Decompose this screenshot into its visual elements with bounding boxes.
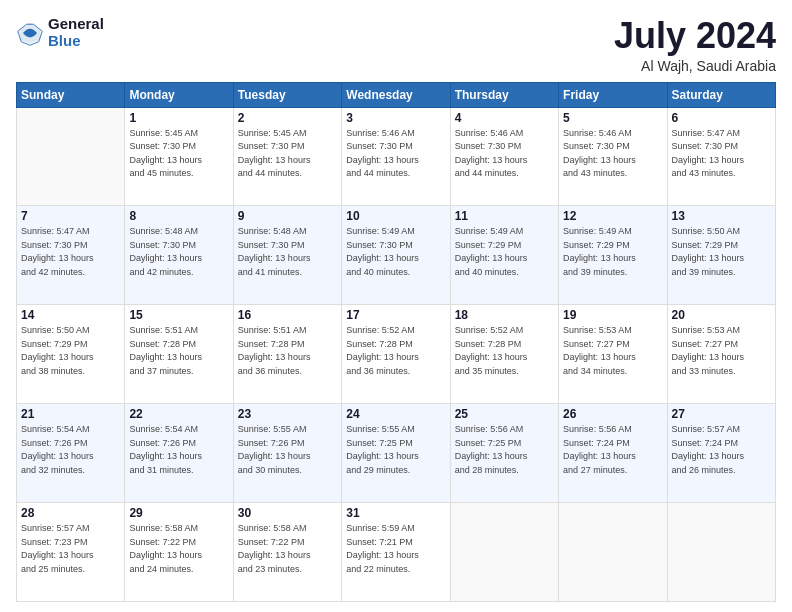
calendar-cell: 19Sunrise: 5:53 AM Sunset: 7:27 PM Dayli…: [559, 305, 667, 404]
day-info: Sunrise: 5:50 AM Sunset: 7:29 PM Dayligh…: [672, 225, 771, 279]
day-number: 15: [129, 308, 228, 322]
calendar-table: SundayMondayTuesdayWednesdayThursdayFrid…: [16, 82, 776, 602]
column-header-sunday: Sunday: [17, 82, 125, 107]
calendar-cell: 25Sunrise: 5:56 AM Sunset: 7:25 PM Dayli…: [450, 404, 558, 503]
calendar-cell: 20Sunrise: 5:53 AM Sunset: 7:27 PM Dayli…: [667, 305, 775, 404]
day-number: 31: [346, 506, 445, 520]
day-number: 26: [563, 407, 662, 421]
subtitle: Al Wajh, Saudi Arabia: [614, 58, 776, 74]
page: General Blue July 2024 Al Wajh, Saudi Ar…: [0, 0, 792, 612]
calendar-week-3: 14Sunrise: 5:50 AM Sunset: 7:29 PM Dayli…: [17, 305, 776, 404]
calendar-week-5: 28Sunrise: 5:57 AM Sunset: 7:23 PM Dayli…: [17, 503, 776, 602]
day-info: Sunrise: 5:49 AM Sunset: 7:29 PM Dayligh…: [455, 225, 554, 279]
calendar-cell: 17Sunrise: 5:52 AM Sunset: 7:28 PM Dayli…: [342, 305, 450, 404]
calendar-cell: 13Sunrise: 5:50 AM Sunset: 7:29 PM Dayli…: [667, 206, 775, 305]
day-info: Sunrise: 5:58 AM Sunset: 7:22 PM Dayligh…: [129, 522, 228, 576]
day-info: Sunrise: 5:51 AM Sunset: 7:28 PM Dayligh…: [129, 324, 228, 378]
calendar-cell: 12Sunrise: 5:49 AM Sunset: 7:29 PM Dayli…: [559, 206, 667, 305]
day-info: Sunrise: 5:56 AM Sunset: 7:24 PM Dayligh…: [563, 423, 662, 477]
day-info: Sunrise: 5:51 AM Sunset: 7:28 PM Dayligh…: [238, 324, 337, 378]
day-info: Sunrise: 5:49 AM Sunset: 7:29 PM Dayligh…: [563, 225, 662, 279]
day-info: Sunrise: 5:53 AM Sunset: 7:27 PM Dayligh…: [672, 324, 771, 378]
day-number: 17: [346, 308, 445, 322]
calendar-cell: [559, 503, 667, 602]
day-info: Sunrise: 5:57 AM Sunset: 7:23 PM Dayligh…: [21, 522, 120, 576]
column-header-wednesday: Wednesday: [342, 82, 450, 107]
day-number: 8: [129, 209, 228, 223]
day-info: Sunrise: 5:57 AM Sunset: 7:24 PM Dayligh…: [672, 423, 771, 477]
calendar-cell: 9Sunrise: 5:48 AM Sunset: 7:30 PM Daylig…: [233, 206, 341, 305]
day-info: Sunrise: 5:46 AM Sunset: 7:30 PM Dayligh…: [563, 127, 662, 181]
day-number: 30: [238, 506, 337, 520]
day-number: 7: [21, 209, 120, 223]
calendar-cell: 2Sunrise: 5:45 AM Sunset: 7:30 PM Daylig…: [233, 107, 341, 206]
day-number: 12: [563, 209, 662, 223]
calendar-cell: 31Sunrise: 5:59 AM Sunset: 7:21 PM Dayli…: [342, 503, 450, 602]
day-info: Sunrise: 5:52 AM Sunset: 7:28 PM Dayligh…: [455, 324, 554, 378]
calendar-cell: 16Sunrise: 5:51 AM Sunset: 7:28 PM Dayli…: [233, 305, 341, 404]
day-info: Sunrise: 5:46 AM Sunset: 7:30 PM Dayligh…: [455, 127, 554, 181]
calendar-cell: 30Sunrise: 5:58 AM Sunset: 7:22 PM Dayli…: [233, 503, 341, 602]
day-info: Sunrise: 5:55 AM Sunset: 7:26 PM Dayligh…: [238, 423, 337, 477]
calendar-week-2: 7Sunrise: 5:47 AM Sunset: 7:30 PM Daylig…: [17, 206, 776, 305]
day-number: 9: [238, 209, 337, 223]
day-number: 24: [346, 407, 445, 421]
day-number: 29: [129, 506, 228, 520]
calendar-cell: 7Sunrise: 5:47 AM Sunset: 7:30 PM Daylig…: [17, 206, 125, 305]
day-number: 5: [563, 111, 662, 125]
calendar-cell: 24Sunrise: 5:55 AM Sunset: 7:25 PM Dayli…: [342, 404, 450, 503]
day-info: Sunrise: 5:46 AM Sunset: 7:30 PM Dayligh…: [346, 127, 445, 181]
column-header-monday: Monday: [125, 82, 233, 107]
column-header-thursday: Thursday: [450, 82, 558, 107]
day-number: 10: [346, 209, 445, 223]
calendar-cell: 23Sunrise: 5:55 AM Sunset: 7:26 PM Dayli…: [233, 404, 341, 503]
calendar-week-4: 21Sunrise: 5:54 AM Sunset: 7:26 PM Dayli…: [17, 404, 776, 503]
calendar-cell: [17, 107, 125, 206]
column-header-friday: Friday: [559, 82, 667, 107]
day-info: Sunrise: 5:56 AM Sunset: 7:25 PM Dayligh…: [455, 423, 554, 477]
calendar-cell: [450, 503, 558, 602]
logo: General Blue: [16, 16, 104, 49]
calendar-header-row: SundayMondayTuesdayWednesdayThursdayFrid…: [17, 82, 776, 107]
day-info: Sunrise: 5:54 AM Sunset: 7:26 PM Dayligh…: [21, 423, 120, 477]
calendar-cell: 3Sunrise: 5:46 AM Sunset: 7:30 PM Daylig…: [342, 107, 450, 206]
day-number: 28: [21, 506, 120, 520]
calendar-cell: 21Sunrise: 5:54 AM Sunset: 7:26 PM Dayli…: [17, 404, 125, 503]
calendar-cell: 10Sunrise: 5:49 AM Sunset: 7:30 PM Dayli…: [342, 206, 450, 305]
day-number: 1: [129, 111, 228, 125]
day-number: 3: [346, 111, 445, 125]
calendar-cell: 28Sunrise: 5:57 AM Sunset: 7:23 PM Dayli…: [17, 503, 125, 602]
day-number: 23: [238, 407, 337, 421]
calendar-cell: 18Sunrise: 5:52 AM Sunset: 7:28 PM Dayli…: [450, 305, 558, 404]
day-info: Sunrise: 5:47 AM Sunset: 7:30 PM Dayligh…: [21, 225, 120, 279]
calendar-week-1: 1Sunrise: 5:45 AM Sunset: 7:30 PM Daylig…: [17, 107, 776, 206]
day-info: Sunrise: 5:58 AM Sunset: 7:22 PM Dayligh…: [238, 522, 337, 576]
day-number: 19: [563, 308, 662, 322]
day-info: Sunrise: 5:47 AM Sunset: 7:30 PM Dayligh…: [672, 127, 771, 181]
calendar-cell: 14Sunrise: 5:50 AM Sunset: 7:29 PM Dayli…: [17, 305, 125, 404]
day-number: 27: [672, 407, 771, 421]
day-number: 16: [238, 308, 337, 322]
logo-blue-text: Blue: [48, 33, 104, 50]
column-header-tuesday: Tuesday: [233, 82, 341, 107]
calendar-cell: 29Sunrise: 5:58 AM Sunset: 7:22 PM Dayli…: [125, 503, 233, 602]
calendar-cell: 26Sunrise: 5:56 AM Sunset: 7:24 PM Dayli…: [559, 404, 667, 503]
calendar-cell: 15Sunrise: 5:51 AM Sunset: 7:28 PM Dayli…: [125, 305, 233, 404]
header: General Blue July 2024 Al Wajh, Saudi Ar…: [16, 16, 776, 74]
day-info: Sunrise: 5:49 AM Sunset: 7:30 PM Dayligh…: [346, 225, 445, 279]
day-number: 6: [672, 111, 771, 125]
calendar-cell: 6Sunrise: 5:47 AM Sunset: 7:30 PM Daylig…: [667, 107, 775, 206]
day-info: Sunrise: 5:53 AM Sunset: 7:27 PM Dayligh…: [563, 324, 662, 378]
day-info: Sunrise: 5:55 AM Sunset: 7:25 PM Dayligh…: [346, 423, 445, 477]
day-number: 18: [455, 308, 554, 322]
calendar-cell: 22Sunrise: 5:54 AM Sunset: 7:26 PM Dayli…: [125, 404, 233, 503]
column-header-saturday: Saturday: [667, 82, 775, 107]
calendar-cell: 27Sunrise: 5:57 AM Sunset: 7:24 PM Dayli…: [667, 404, 775, 503]
day-info: Sunrise: 5:59 AM Sunset: 7:21 PM Dayligh…: [346, 522, 445, 576]
day-number: 14: [21, 308, 120, 322]
main-title: July 2024: [614, 16, 776, 56]
calendar-cell: 1Sunrise: 5:45 AM Sunset: 7:30 PM Daylig…: [125, 107, 233, 206]
day-info: Sunrise: 5:50 AM Sunset: 7:29 PM Dayligh…: [21, 324, 120, 378]
day-info: Sunrise: 5:48 AM Sunset: 7:30 PM Dayligh…: [129, 225, 228, 279]
day-number: 25: [455, 407, 554, 421]
